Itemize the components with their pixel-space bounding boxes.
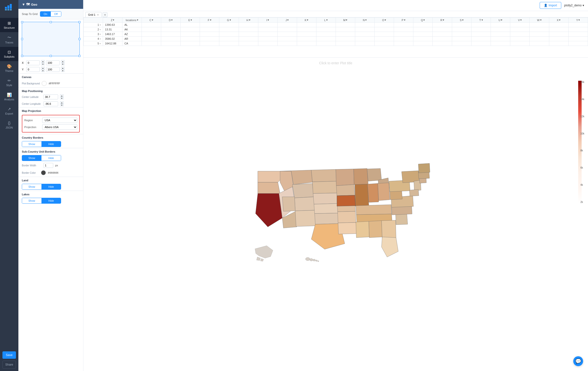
cell-empty[interactable] (549, 37, 568, 41)
cell-empty[interactable] (530, 37, 549, 41)
cell-empty[interactable] (413, 23, 433, 27)
col-header-c[interactable]: C ▾ (142, 18, 161, 23)
cell-empty[interactable] (277, 37, 297, 41)
share-button[interactable]: Share (2, 361, 16, 369)
cell-empty[interactable] (355, 37, 374, 41)
cell-empty[interactable] (549, 23, 568, 27)
cell-empty[interactable] (452, 23, 471, 27)
y-max-down[interactable]: ▼ (61, 69, 65, 72)
cell-empty[interactable] (336, 27, 355, 32)
border-width-input[interactable] (43, 163, 53, 168)
subcountry-show-btn[interactable]: Show (22, 155, 41, 161)
cell-empty[interactable] (374, 27, 394, 32)
cell-empty[interactable] (200, 37, 219, 41)
cell-empty[interactable] (530, 23, 549, 27)
cell-empty[interactable] (530, 27, 549, 32)
snap-off-button[interactable]: Off (51, 12, 61, 16)
cell-empty[interactable] (219, 27, 239, 32)
grid-tab-close[interactable]: ✕ (97, 13, 99, 16)
plot-area[interactable]: Click to enter Plot title (83, 58, 588, 371)
cell-empty[interactable] (277, 41, 297, 46)
col-header-q[interactable]: Q ▾ (413, 18, 433, 23)
col-header-u[interactable]: U ▾ (491, 18, 510, 23)
user-dropdown[interactable]: plotly2_demo ▾ (564, 4, 584, 7)
handle-tm[interactable] (50, 21, 52, 23)
center-lon-input[interactable] (43, 101, 58, 106)
col-header-p[interactable]: P ▾ (394, 18, 413, 23)
col-header-v[interactable]: V ▾ (510, 18, 530, 23)
col-header-h[interactable]: H ▾ (239, 18, 258, 23)
grid-table-wrapper[interactable]: Z ▾ locations ▾ C ▾ D ▾ E ▾ F ▾ G ▾ H ▾ … (83, 17, 588, 57)
cell-empty[interactable] (549, 41, 568, 46)
country-show-btn[interactable]: Show (22, 141, 41, 147)
cell-empty[interactable] (530, 41, 549, 46)
x-max-up[interactable]: ▲ (61, 60, 65, 63)
cell-empty[interactable] (161, 32, 181, 37)
col-header-e[interactable]: E ▾ (181, 18, 200, 23)
col-header-r[interactable]: R ▾ (433, 18, 452, 23)
cell-loc[interactable]: AK (122, 27, 142, 32)
cell-empty[interactable] (277, 27, 297, 32)
x-max-down[interactable]: ▼ (61, 63, 65, 65)
cell-loc[interactable]: CA (122, 41, 142, 46)
cell-empty[interactable] (452, 32, 471, 37)
cell-empty[interactable] (510, 23, 530, 27)
cell-empty[interactable] (549, 27, 568, 32)
sidebar-item-json[interactable]: {} JSON (0, 118, 18, 132)
cell-empty[interactable] (258, 41, 277, 46)
cell-empty[interactable] (374, 32, 394, 37)
cell-empty[interactable] (491, 37, 510, 41)
col-header-t[interactable]: T ▾ (471, 18, 491, 23)
cell-empty[interactable] (452, 41, 471, 46)
col-header-g[interactable]: G ▾ (219, 18, 239, 23)
cell-empty[interactable] (568, 32, 588, 37)
cell-empty[interactable] (336, 41, 355, 46)
cell-empty[interactable] (433, 32, 452, 37)
cell-z[interactable]: 16412.88 (103, 41, 122, 46)
cell-empty[interactable] (258, 32, 277, 37)
cell-empty[interactable] (142, 23, 161, 27)
cell-empty[interactable] (568, 23, 588, 27)
cell-empty[interactable] (316, 32, 336, 37)
cell-empty[interactable] (568, 41, 588, 46)
y-min-input[interactable] (26, 67, 40, 72)
lat-down[interactable]: ▼ (60, 97, 64, 99)
handle-br[interactable] (78, 55, 80, 57)
sidebar-item-style[interactable]: ✏ Style (0, 75, 18, 90)
col-header-l[interactable]: L ▾ (316, 18, 336, 23)
cell-empty[interactable] (316, 23, 336, 27)
cell-loc[interactable]: AZ (122, 32, 142, 37)
cell-empty[interactable] (374, 37, 394, 41)
cell-empty[interactable] (433, 37, 452, 41)
cell-empty[interactable] (355, 23, 374, 27)
cell-empty[interactable] (258, 23, 277, 27)
land-show-btn[interactable]: Show (22, 184, 41, 189)
cell-empty[interactable] (413, 41, 433, 46)
cell-empty[interactable] (297, 32, 316, 37)
snap-on-button[interactable]: On (40, 12, 51, 16)
cell-z[interactable]: 13.31 (103, 27, 122, 32)
y-min-down[interactable]: ▼ (41, 69, 45, 72)
cell-empty[interactable] (530, 32, 549, 37)
cell-empty[interactable] (549, 32, 568, 37)
cell-empty[interactable] (181, 32, 200, 37)
cell-empty[interactable] (277, 23, 297, 27)
lat-up[interactable]: ▲ (60, 94, 64, 97)
cell-empty[interactable] (374, 23, 394, 27)
cell-empty[interactable] (258, 27, 277, 32)
cell-empty[interactable] (181, 37, 200, 41)
cell-empty[interactable] (239, 32, 258, 37)
cell-empty[interactable] (394, 41, 413, 46)
col-header-k[interactable]: K ▾ (297, 18, 316, 23)
x-min-down[interactable]: ▼ (41, 63, 45, 65)
handle-bl[interactable] (21, 55, 23, 57)
cell-empty[interactable] (161, 27, 181, 32)
handle-ml[interactable] (21, 38, 23, 40)
cell-empty[interactable] (510, 41, 530, 46)
plot-title-placeholder[interactable]: Click to enter Plot title (83, 58, 588, 68)
save-button[interactable]: Save (2, 351, 16, 359)
projection-select[interactable]: Albers USA Mercator Natural Earth Orthog… (42, 124, 77, 130)
cell-empty[interactable] (161, 41, 181, 46)
handle-bm[interactable] (50, 55, 52, 57)
handle-tl[interactable] (21, 21, 23, 23)
